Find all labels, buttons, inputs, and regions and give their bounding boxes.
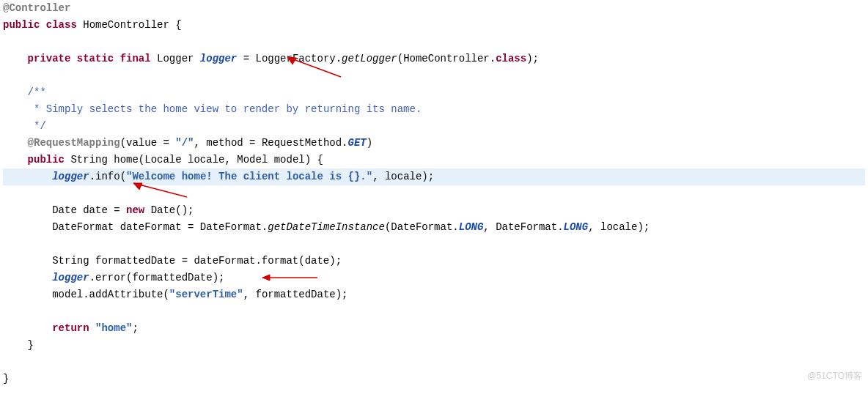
code-line: } [3,371,865,387]
code-line: public class HomeController { [3,17,865,34]
javadoc: /** [28,86,46,98]
logger-field-decl: logger [200,53,237,64]
code-line-blank [3,185,865,202]
code-line-blank [3,354,865,371]
keyword-token: private static final [28,53,151,64]
code-line: * Simply selects the home view to render… [3,101,865,118]
annotation-token: @Controller [3,2,70,14]
code-line: public String home(Locale locale, Model … [3,152,865,168]
keyword-token: return [52,322,89,334]
keyword-token: new [126,204,144,216]
class-decl: HomeController { [77,19,182,31]
code-line: private static final Logger logger = Log… [3,51,865,67]
code-line: model.addAttribute("serverTime", formatt… [3,286,865,303]
keyword-token: public class [3,19,77,31]
keyword-token: public [28,154,65,166]
code-editor: @Controller public class HomeController … [0,0,868,387]
code-line: */ [3,118,865,135]
code-line-highlighted: logger.info("Welcome home! The client lo… [3,168,865,185]
code-line: @Controller [3,0,865,17]
code-line-blank [3,67,865,84]
code-line-blank [3,236,865,253]
code-line: DateFormat dateFormat = DateFormat.getDa… [3,219,865,236]
code-line-blank [3,34,865,51]
static-method-call: getDateTimeInstance [268,221,385,233]
code-line: String formattedDate = dateFormat.format… [3,253,865,270]
code-line-blank [3,303,865,320]
enum-constant: GET [348,137,367,149]
watermark: @51CTO博客 [807,368,862,385]
string-literal: "home" [95,322,132,334]
code-line: logger.error(formattedDate); [3,270,865,286]
javadoc: */ [34,120,46,132]
static-method-call: getLogger [342,53,397,64]
logger-ref: logger [52,171,89,182]
string-literal: "serverTime" [169,289,243,300]
code-line: return "home"; [3,320,865,337]
annotation-token: @RequestMapping [28,137,120,149]
code-line: } [3,337,865,354]
code-line: Date date = new Date(); [3,202,865,219]
string-literal: "Welcome home! The client locale is {}." [126,171,372,182]
javadoc: * Simply selects the home view to render… [34,103,422,115]
code-line: /** [3,84,865,101]
code-line: @RequestMapping(value = "/", method = Re… [3,135,865,152]
constant-long1: LONG [459,221,484,233]
logger-ref: logger [52,272,89,283]
string-literal: "/" [175,137,194,149]
constant-long2: LONG [564,221,589,233]
